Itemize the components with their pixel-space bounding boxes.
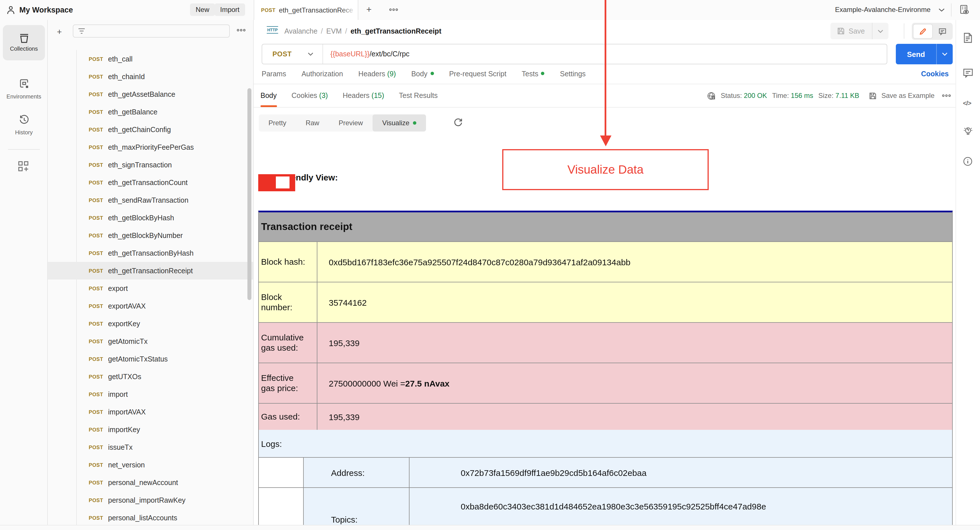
http-request-icon: HTTP <box>267 26 278 34</box>
response-tab-body[interactable]: Body <box>261 84 277 107</box>
sidebar-request-item[interactable]: POST net_version <box>48 456 253 474</box>
sidebar-request-item[interactable]: POST eth_sendRawTransaction <box>48 191 253 209</box>
log-topics-values: 0xba8de60c3403ec381d1d484652ea1980e3c3e5… <box>409 488 952 530</box>
row-label: Cumulative gas used: <box>259 323 317 362</box>
sidebar-request-item[interactable]: POST exportKey <box>48 315 253 332</box>
sidebar-more-icon[interactable] <box>237 28 246 32</box>
sidebar-item-history[interactable]: History <box>3 115 45 136</box>
save-icon <box>837 27 845 35</box>
open-request-tab[interactable]: POST eth_getTransactionRece <box>254 0 358 21</box>
sidebar-request-item[interactable]: POST eth_getBalance <box>48 103 253 121</box>
environment-selector[interactable]: Example-Avalanche-Environme <box>835 6 931 14</box>
workspace-title[interactable]: My Workspace <box>19 6 73 14</box>
edit-mode-button[interactable] <box>913 24 933 39</box>
tab-params[interactable]: Params <box>262 70 286 78</box>
view-pretty[interactable]: Pretty <box>259 115 296 131</box>
sidebar-request-item[interactable]: POST eth_getAssetBalance <box>48 85 253 103</box>
sidebar-filter-input[interactable] <box>89 27 216 35</box>
sidebar-request-item[interactable]: POST eth_getTransactionByHash <box>48 244 253 262</box>
sidebar-request-item[interactable]: POST getAtomicTx <box>48 332 253 350</box>
sidebar-filter-box[interactable] <box>73 24 230 38</box>
comments-icon[interactable] <box>963 68 973 78</box>
configure-workspace-icon[interactable] <box>17 160 30 172</box>
add-collection-button[interactable]: + <box>57 27 62 37</box>
sidebar-request-item[interactable]: POST eth_getChainConfig <box>48 121 253 138</box>
save-button[interactable]: Save <box>830 27 872 35</box>
sidebar-request-item[interactable]: POST eth_getBlockByHash <box>48 209 253 227</box>
tab-tests[interactable]: Tests <box>522 70 545 78</box>
add-tab-button[interactable]: + <box>366 5 372 15</box>
breadcrumb-request-name[interactable]: eth_getTransactionReceipt <box>350 27 441 35</box>
sidebar-request-item[interactable]: POST eth_getBlockByNumber <box>48 227 253 244</box>
new-button[interactable]: New <box>190 3 215 16</box>
sidebar-request-item[interactable]: POST eth_call <box>48 50 253 68</box>
tab-more-icon[interactable] <box>389 7 398 12</box>
table-title: Transaction receipt <box>259 212 952 242</box>
request-name: exportKey <box>108 320 140 327</box>
response-more-icon[interactable] <box>942 93 951 98</box>
sidebar-request-item[interactable]: POST getAtomicTxStatus <box>48 350 253 368</box>
time-badge[interactable]: Time: 156 ms <box>772 92 813 100</box>
environment-quick-look-icon[interactable] <box>959 5 970 15</box>
info-icon[interactable] <box>963 156 973 166</box>
network-icon[interactable] <box>707 91 716 100</box>
sidebar-request-item[interactable]: POST eth_getTransactionReceipt <box>48 262 253 279</box>
method-chevron-icon[interactable] <box>308 53 313 56</box>
save-as-example-button[interactable]: Save as Example <box>881 92 934 100</box>
view-preview[interactable]: Preview <box>329 115 372 131</box>
response-tab-headers[interactable]: Headers (15) <box>343 84 384 107</box>
tab-headers[interactable]: Headers (9) <box>358 70 396 78</box>
sidebar-request-item[interactable]: POST importKey <box>48 421 253 438</box>
request-method-badge: POST <box>89 427 106 433</box>
pm-lightbulb-icon[interactable] <box>963 126 973 137</box>
tab-body[interactable]: Body <box>411 70 434 78</box>
sidebar-request-item[interactable]: POST personal_newAccount <box>48 474 253 491</box>
send-options-button[interactable] <box>936 44 953 64</box>
response-tab-cookies[interactable]: Cookies (3) <box>291 84 328 107</box>
sidebar-request-item[interactable]: POST eth_signTransaction <box>48 156 253 174</box>
documentation-icon[interactable] <box>963 32 973 43</box>
sidebar-request-item[interactable]: POST personal_importRawKey <box>48 491 253 509</box>
topic-value: 0xba8de60c3403ec381d1d484652ea1980e3c3e5… <box>461 495 952 518</box>
comment-mode-button[interactable] <box>933 24 951 39</box>
sidebar-request-item[interactable]: POST personal_listAccounts <box>48 509 253 527</box>
sidebar-request-item[interactable]: POST import <box>48 385 253 403</box>
code-snippet-icon[interactable]: </> <box>963 100 971 107</box>
import-button[interactable]: Import <box>215 3 245 16</box>
tab-authorization[interactable]: Authorization <box>301 70 343 78</box>
user-avatar-icon[interactable] <box>6 5 15 15</box>
sidebar-request-item[interactable]: POST importAVAX <box>48 403 253 421</box>
breadcrumb-folder[interactable]: EVM <box>326 27 342 35</box>
status-badge[interactable]: Status: 200 OK <box>721 92 767 100</box>
tab-pre-request-script[interactable]: Pre-request Script <box>449 70 506 78</box>
method-dropdown[interactable]: POST <box>272 50 292 58</box>
cookies-link[interactable]: Cookies <box>921 64 949 84</box>
sidebar-request-item[interactable]: POST getUTXOs <box>48 368 253 385</box>
request-method-badge: POST <box>89 338 106 344</box>
sidebar-request-item[interactable]: POST issueTx <box>48 438 253 456</box>
chevron-down-icon[interactable] <box>939 8 945 12</box>
sidebar-request-item[interactable]: POST exportAVAX <box>48 297 253 315</box>
refresh-icon[interactable] <box>454 118 462 127</box>
request-name: eth_getChainConfig <box>108 126 171 134</box>
view-raw[interactable]: Raw <box>296 115 329 131</box>
request-method-badge: POST <box>89 303 106 309</box>
sidebar-scrollbar[interactable] <box>247 88 251 300</box>
breadcrumb-collection[interactable]: Avalanche <box>285 27 317 35</box>
sidebar-item-environments[interactable]: Environments <box>3 78 45 100</box>
sidebar-request-item[interactable]: POST export <box>48 279 253 297</box>
save-options-button[interactable] <box>872 23 888 39</box>
url-input[interactable]: {{baseURL}}/ext/bc/C/rpc <box>331 50 409 58</box>
view-visualize[interactable]: Visualize <box>372 115 426 131</box>
send-button[interactable]: Send <box>896 44 936 64</box>
sidebar-request-item[interactable]: POST eth_chainId <box>48 68 253 85</box>
log-topics-label: Topics: <box>304 488 409 530</box>
tab-settings[interactable]: Settings <box>560 70 585 78</box>
history-icon <box>19 115 29 125</box>
size-badge[interactable]: Size: 7.11 KB <box>818 92 859 100</box>
sidebar-request-item[interactable]: POST eth_getTransactionCount <box>48 174 253 191</box>
sidebar-item-collections[interactable]: Collections <box>3 25 45 60</box>
response-tab-test-results[interactable]: Test Results <box>399 84 438 107</box>
user-friendly-view-checkbox[interactable] <box>258 174 295 191</box>
sidebar-request-item[interactable]: POST eth_maxPriorityFeePerGas <box>48 138 253 156</box>
